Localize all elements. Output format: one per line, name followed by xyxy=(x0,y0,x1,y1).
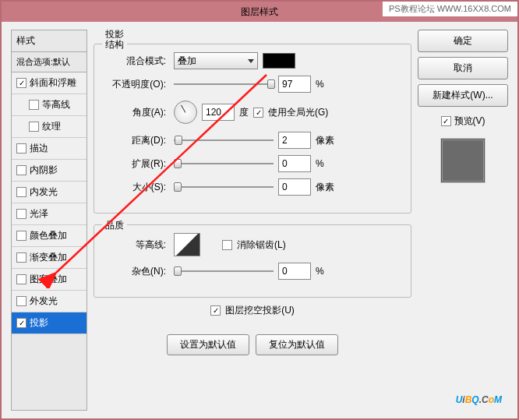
opacity-unit: % xyxy=(316,79,336,90)
size-input[interactable]: 0 xyxy=(278,178,311,196)
style-label: 等高线 xyxy=(42,98,70,111)
blend-mode-value: 叠加 xyxy=(178,55,196,68)
shadow-color-swatch[interactable] xyxy=(263,53,295,69)
style-checkbox[interactable] xyxy=(29,122,39,132)
structure-fieldset: 投影 结构 混合模式: 叠加 不透明度(O): 97 xyxy=(94,44,411,214)
global-light-label: 使用全局光(G) xyxy=(268,106,328,119)
distance-slider[interactable] xyxy=(174,134,274,146)
style-label: 纹理 xyxy=(42,120,61,133)
style-item-3[interactable]: 描边 xyxy=(12,138,86,160)
knockout-checkbox[interactable] xyxy=(210,305,221,316)
preview-label: 预览(V) xyxy=(454,115,485,128)
styles-header[interactable]: 样式 xyxy=(12,30,86,52)
noise-input[interactable]: 0 xyxy=(278,263,311,280)
preview-thumbnail xyxy=(441,139,485,182)
quality-fieldset: 品质 等高线: 消除锯齿(L) 杂色(N): 0 % xyxy=(94,224,411,298)
preview-checkbox[interactable] xyxy=(441,116,451,126)
style-label: 斜面和浮雕 xyxy=(30,76,76,90)
style-item-7[interactable]: 颜色叠加 xyxy=(12,225,86,247)
spread-slider[interactable] xyxy=(174,157,274,170)
reset-default-button[interactable]: 复位为默认值 xyxy=(256,334,338,355)
size-label: 大小(S): xyxy=(105,181,169,194)
quality-legend: 品质 xyxy=(102,219,127,232)
style-item-2[interactable]: 纹理 xyxy=(12,116,86,138)
style-item-9[interactable]: 图案叠加 xyxy=(12,269,86,291)
styles-panel: 样式 混合选项:默认 斜面和浮雕等高线纹理描边内阴影内发光光泽颜色叠加渐变叠加图… xyxy=(11,30,87,411)
opacity-slider[interactable] xyxy=(174,78,274,90)
global-light-checkbox[interactable] xyxy=(253,108,263,118)
cancel-button[interactable]: 取消 xyxy=(418,57,508,79)
angle-unit: 度 xyxy=(239,106,249,119)
ok-button[interactable]: 确定 xyxy=(418,30,508,52)
style-item-10[interactable]: 外发光 xyxy=(12,291,86,312)
style-label: 光泽 xyxy=(30,207,48,221)
spread-input[interactable]: 0 xyxy=(278,155,311,172)
style-item-8[interactable]: 渐变叠加 xyxy=(12,247,86,269)
noise-label: 杂色(N): xyxy=(105,265,169,278)
new-style-button[interactable]: 新建样式(W)... xyxy=(418,84,508,107)
opacity-input[interactable]: 97 xyxy=(278,76,311,93)
style-item-4[interactable]: 内阴影 xyxy=(12,160,86,182)
style-checkbox[interactable] xyxy=(16,187,26,197)
style-checkbox[interactable] xyxy=(16,231,26,241)
style-item-1[interactable]: 等高线 xyxy=(12,94,86,116)
style-checkbox[interactable] xyxy=(16,209,26,219)
distance-input[interactable]: 2 xyxy=(278,132,311,149)
dialog-content: 样式 混合选项:默认 斜面和浮雕等高线纹理描边内阴影内发光光泽颜色叠加渐变叠加图… xyxy=(2,22,517,418)
style-label: 内阴影 xyxy=(30,164,58,177)
style-checkbox[interactable] xyxy=(16,78,26,88)
style-label: 内发光 xyxy=(30,185,58,199)
style-label: 渐变叠加 xyxy=(30,251,67,264)
style-checkbox[interactable] xyxy=(16,274,26,284)
style-checkbox[interactable] xyxy=(16,165,26,175)
watermark-bottom: UiBQ.CoM xyxy=(456,387,502,408)
style-checkbox[interactable] xyxy=(16,318,26,328)
spread-label: 扩展(R): xyxy=(105,157,169,171)
style-item-6[interactable]: 光泽 xyxy=(12,203,86,225)
contour-swatch[interactable] xyxy=(174,233,200,256)
style-checkbox[interactable] xyxy=(16,143,26,154)
style-label: 图案叠加 xyxy=(30,273,67,286)
style-checkbox[interactable] xyxy=(16,252,26,263)
angle-input[interactable]: 120 xyxy=(202,104,235,121)
noise-unit: % xyxy=(316,266,336,277)
angle-label: 角度(A): xyxy=(105,106,169,119)
antialias-checkbox[interactable] xyxy=(222,240,232,250)
style-label: 描边 xyxy=(30,142,48,155)
style-label: 颜色叠加 xyxy=(30,229,67,242)
blend-mode-label: 混合模式: xyxy=(105,55,169,68)
distance-label: 距离(D): xyxy=(105,134,169,147)
opacity-label: 不透明度(O): xyxy=(105,78,169,91)
main-panel: 投影 结构 混合模式: 叠加 不透明度(O): 97 xyxy=(94,30,411,411)
blend-options-default[interactable]: 混合选项:默认 xyxy=(12,52,86,72)
structure-legend: 结构 xyxy=(102,38,127,51)
angle-dial[interactable] xyxy=(174,101,197,124)
distance-unit: 像素 xyxy=(316,134,336,147)
style-checkbox[interactable] xyxy=(29,100,39,110)
spread-unit: % xyxy=(316,158,336,169)
size-unit: 像素 xyxy=(316,181,336,194)
style-item-11[interactable]: 投影 xyxy=(12,312,86,334)
style-item-5[interactable]: 内发光 xyxy=(12,182,86,203)
watermark-top: PS教程论坛 WWW.16XX8.COM xyxy=(383,2,517,16)
style-item-0[interactable]: 斜面和浮雕 xyxy=(12,72,86,94)
style-label: 外发光 xyxy=(30,295,58,308)
size-slider[interactable] xyxy=(174,181,274,193)
antialias-label: 消除锯齿(L) xyxy=(237,238,286,252)
chevron-down-icon xyxy=(248,59,254,63)
style-checkbox[interactable] xyxy=(16,296,26,306)
set-default-button[interactable]: 设置为默认值 xyxy=(167,334,249,355)
knockout-label: 图层挖空投影(U) xyxy=(225,304,295,317)
contour-label: 等高线: xyxy=(105,238,169,252)
noise-slider[interactable] xyxy=(174,265,274,277)
blend-mode-select[interactable]: 叠加 xyxy=(174,52,258,69)
right-panel: 确定 取消 新建样式(W)... 预览(V) xyxy=(418,30,508,411)
style-label: 投影 xyxy=(30,316,48,330)
